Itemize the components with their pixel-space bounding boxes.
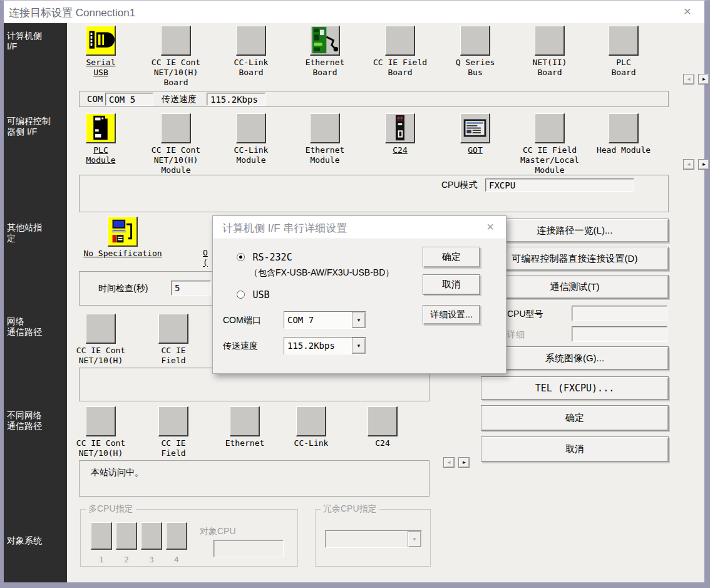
network-placeholder-icon[interactable] [368,406,398,436]
dialog-detail-setting-button[interactable]: 详细设置... [423,305,480,324]
system-image-button[interactable]: 系统图像(G)... [481,346,669,370]
board-placeholder-icon[interactable] [161,26,191,56]
dropdown-arrow-icon[interactable]: ▼ [352,338,366,354]
scroll-left-icon[interactable]: ◄ [443,457,455,468]
pcif-scroll-arrows: ◄ ► [683,72,710,85]
plcif-item-ccie-field-master[interactable]: CC IE Field Master/Local Module [515,113,584,175]
no-specification-icon[interactable] [108,217,138,247]
scroll-right-icon[interactable]: ► [698,159,709,170]
pcif-item-ethernet-board[interactable]: Ethernet Board [291,26,359,78]
diffnet-item-ccie-field[interactable]: CC IE Field [139,406,208,458]
plcif-item-c24[interactable]: C24 [366,113,435,155]
dropdown-arrow-icon[interactable]: ▼ [352,312,366,328]
module-placeholder-icon[interactable] [161,113,191,143]
dialog-cancel-button[interactable]: 取消 [423,274,480,295]
network-placeholder-icon[interactable] [86,406,116,436]
plc-module-icon[interactable] [86,113,116,143]
board-placeholder-icon[interactable] [460,26,490,56]
icon-label: Serial USB [66,58,135,78]
serial-usb-icon[interactable] [86,26,116,56]
icon-label: PLC Board [589,58,658,78]
scroll-left-icon[interactable]: ◄ [683,74,694,85]
baud-value: 115.2Kbps [284,338,352,354]
module-placeholder-icon[interactable] [609,113,639,143]
cpu4-button [166,522,187,550]
plcif-item-cclink-module[interactable]: CC-Link Module [217,113,286,165]
comm-test-button[interactable]: 通信测试(T) [481,275,669,299]
plcif-item-plc-module[interactable]: PLC Module [66,113,135,165]
cpu-mode-bar: CPU模式 FXCPU [79,175,669,212]
diffnet-item-ccie-cont[interactable]: CC IE Cont NET/10(H) [66,406,135,458]
network-placeholder-icon[interactable] [158,314,188,344]
icon-label: Ethernet Module [291,145,359,165]
com-port-label: COM端口 [223,315,261,326]
scroll-right-icon[interactable]: ► [698,74,709,85]
pcif-item-ccie-cont-board[interactable]: CC IE Cont NET/10(H) Board [141,26,210,88]
netroute-item-ccie-field[interactable]: CC IE Field [139,314,208,366]
pcif-item-net2-board[interactable]: NET(II) Board [515,26,584,78]
dialog-ok-button[interactable]: 确定 [423,247,480,267]
icon-label: CC IE Field Board [366,58,435,78]
time-check-input[interactable]: 5 [171,281,211,296]
redundant-cpu-groupbox: 冗余CPU指定 ▼ [315,509,431,567]
com-port-dropdown[interactable]: COM 7 ▼ [284,311,366,329]
diffnet-item-ethernet[interactable]: Ethernet [210,406,279,448]
usb-radio[interactable]: USB [237,289,270,301]
module-placeholder-icon[interactable] [535,113,565,143]
cancel-button[interactable]: 取消 [481,436,669,462]
c24-module-icon[interactable] [385,113,415,143]
sidebar-label-pc-if: 计算机侧 I/F [7,31,42,52]
radio-selected-icon[interactable] [237,253,245,261]
ok-button[interactable]: 确定 [481,405,669,431]
com-port-display: COM 5 [105,93,153,106]
close-icon[interactable]: × [679,3,696,19]
occluded-other-station-label[interactable]: O ( [203,248,212,269]
network-placeholder-icon[interactable] [296,406,326,436]
target-cpu-label: 对象CPU [200,526,236,537]
cpu3-number: 3 [141,555,162,564]
plcif-scroll-arrows: ◄ ► [683,157,710,170]
rs232c-radio[interactable]: RS-232C [237,251,292,263]
icon-label: Head Module [589,145,658,155]
board-placeholder-icon[interactable] [535,26,565,56]
radio-unselected-icon[interactable] [237,291,245,299]
module-placeholder-icon[interactable] [310,113,340,143]
netroute-item-ccie-cont[interactable]: CC IE Cont NET/10(H) [66,314,135,366]
plcif-item-ccie-cont-module[interactable]: CC IE Cont NET/10(H) Module [141,113,210,175]
other-station-no-spec[interactable]: No Specification [60,217,185,259]
network-placeholder-icon[interactable] [230,406,260,436]
redundant-cpu-caption: 冗余CPU指定 [321,503,379,515]
access-status-panel: 本站访问中。 [79,460,430,497]
diffnet-scroll-arrows: ◄ ► [443,455,471,468]
pcif-item-cclink-board[interactable]: CC-Link Board [217,26,286,78]
network-placeholder-icon[interactable] [158,406,188,436]
board-placeholder-icon[interactable] [385,26,415,56]
network-placeholder-icon[interactable] [86,314,116,344]
tel-fxcpu-button[interactable]: TEL (FXCPU)... [481,376,669,400]
scroll-right-icon[interactable]: ► [458,457,470,468]
ethernet-board-icon[interactable] [310,26,340,56]
pcif-item-serial-usb[interactable]: Serial USB [66,26,135,78]
direct-connection-button[interactable]: 可编程控制器直接连接设置(D) [481,247,669,271]
board-placeholder-icon[interactable] [236,26,266,56]
module-placeholder-icon[interactable] [236,113,266,143]
got-terminal-icon[interactable] [460,113,490,143]
pcif-item-q-series-bus[interactable]: Q Series Bus [441,26,510,78]
baud-dropdown[interactable]: 115.2Kbps ▼ [284,337,366,354]
diffnet-item-cclink[interactable]: CC-Link [277,406,346,448]
cpu-mode-value: FXCPU [485,178,634,192]
icon-label: CC-Link Module [217,145,286,165]
plcif-item-head-module[interactable]: Head Module [589,113,658,155]
plcif-item-ethernet-module[interactable]: Ethernet Module [291,113,359,165]
sidebar: 计算机侧 I/F 可编程控制 器侧 I/F 其他站指 定 网络 通信路径 不同网… [4,23,67,582]
window-title: 连接目标设置 Connection1 [9,6,135,20]
plcif-item-got[interactable]: GOT [441,113,510,155]
connection-list-button[interactable]: 连接路径一览(L)... [481,219,669,242]
diffnet-item-c24[interactable]: C24 [348,406,417,448]
scroll-left-icon[interactable]: ◄ [683,159,694,170]
board-placeholder-icon[interactable] [609,26,639,56]
cpu2-button [116,522,137,550]
pcif-item-plc-board[interactable]: PLC Board [589,26,658,78]
dialog-close-icon[interactable]: × [482,219,498,235]
pcif-item-ccie-field-board[interactable]: CC IE Field Board [366,26,435,78]
